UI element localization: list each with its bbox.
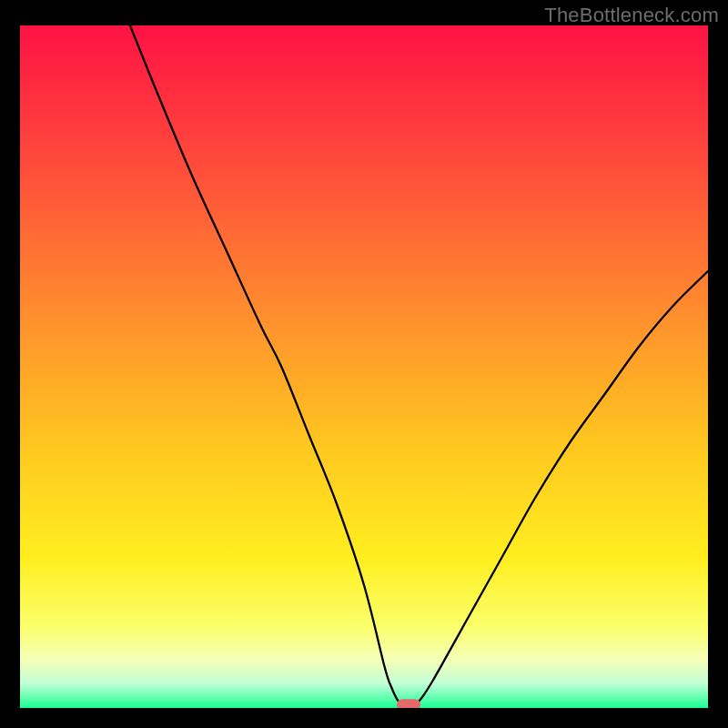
gradient-background [20,25,708,708]
minimum-marker [397,699,420,708]
chart-frame: TheBottleneck.com [0,0,728,728]
chart-svg [20,25,708,708]
plot-area [20,25,708,708]
watermark-text: TheBottleneck.com [544,4,719,27]
